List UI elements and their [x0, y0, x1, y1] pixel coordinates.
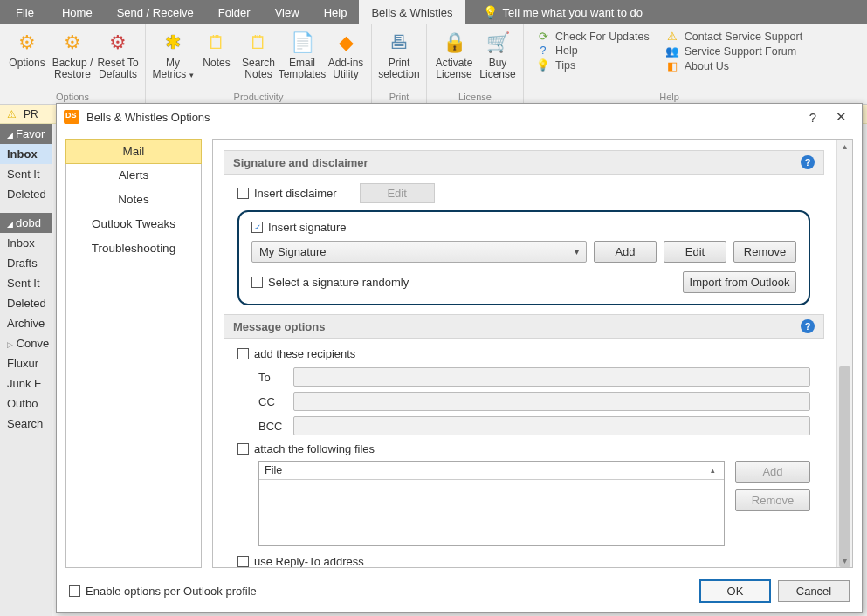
- sidebar-account[interactable]: ◢dobd: [0, 213, 52, 233]
- section-message-options: Message options ?: [224, 314, 824, 339]
- checkbox-enable-profile[interactable]: Enable options per Outlook profile: [69, 585, 257, 598]
- ribbon-options[interactable]: ⚙Options: [5, 28, 49, 82]
- sidebar-item[interactable]: Sent It: [0, 273, 52, 293]
- ribbon: ⚙Options ⚙Backup / Restore ⚙Reset To Def…: [0, 24, 867, 105]
- logo-icon: ◧: [665, 59, 679, 72]
- warning-icon: ⚠: [7, 108, 17, 120]
- tab-file[interactable]: File: [0, 0, 50, 24]
- section-help-icon[interactable]: ?: [801, 155, 815, 169]
- ribbon-reset[interactable]: ⚙Reset To Defaults: [96, 28, 140, 82]
- refresh-icon: ⟳: [536, 30, 550, 43]
- checkbox-disclaimer[interactable]: Insert disclaimer Edit: [237, 183, 810, 203]
- group-help-label: Help: [529, 92, 809, 104]
- sidebar-item[interactable]: Drafts: [0, 253, 52, 273]
- sidebar-item[interactable]: Search: [0, 414, 52, 434]
- addin-icon: ◆: [333, 30, 359, 56]
- chevron-right-icon: ▷: [7, 340, 13, 349]
- checkbox-icon: [237, 556, 249, 567]
- bcc-field[interactable]: [293, 416, 810, 435]
- ok-button[interactable]: OK: [699, 579, 771, 603]
- tab-bells[interactable]: Bells & Whistles: [359, 0, 464, 24]
- lnk-contact[interactable]: ⚠Contact Service Support: [665, 30, 803, 43]
- ribbon-activate[interactable]: 🔒Activate License: [432, 28, 476, 82]
- app-icon: [64, 110, 79, 124]
- ribbon-print[interactable]: 🖶Print selection: [377, 28, 421, 82]
- import-outlook-button[interactable]: Import from Outlook: [683, 271, 796, 293]
- add-signature-button[interactable]: Add: [594, 241, 657, 263]
- ribbon-backup[interactable]: ⚙Backup / Restore: [51, 28, 94, 82]
- sidebar-item[interactable]: Inbox: [0, 144, 52, 164]
- nav-troubleshoot[interactable]: Troubleshooting: [66, 236, 201, 261]
- tab-home[interactable]: Home: [50, 0, 105, 24]
- scroll-up-icon[interactable]: ▴: [837, 141, 852, 151]
- ribbon-addins[interactable]: ◆Add-ins Utility: [326, 28, 366, 82]
- file-add-button[interactable]: Add: [735, 461, 810, 483]
- sidebar-item[interactable]: Sent It: [0, 164, 52, 184]
- sidebar-item[interactable]: ▷ Conve: [0, 333, 52, 353]
- ribbon-notes[interactable]: 🗒Notes: [196, 28, 237, 82]
- lnk-forum[interactable]: 👥Service Support Forum: [665, 44, 803, 58]
- edit-signature-button[interactable]: Edit: [664, 241, 726, 263]
- tab-view[interactable]: View: [263, 0, 312, 24]
- nav-mail[interactable]: Mail: [65, 139, 202, 164]
- dialog-titlebar: Bells & Whistles Options ? ✕: [57, 104, 862, 130]
- checkbox-icon: [237, 348, 249, 359]
- ribbon-search-notes[interactable]: 🗒Search Notes: [238, 28, 279, 82]
- sidebar-item[interactable]: Deleted: [0, 293, 52, 313]
- group-options-label: Options: [5, 92, 140, 104]
- sidebar-item[interactable]: Junk E: [0, 373, 52, 394]
- help-icon: ?: [536, 44, 550, 57]
- tab-help[interactable]: Help: [312, 0, 360, 24]
- sidebar-item[interactable]: Archive: [0, 313, 52, 333]
- sidebar-item[interactable]: Deleted: [0, 184, 52, 204]
- lnk-tips[interactable]: 💡Tips: [536, 58, 650, 72]
- sidebar-favorites[interactable]: ◢Favor: [0, 124, 52, 144]
- checkbox-reply-to[interactable]: use Reply-To address: [237, 555, 810, 568]
- checkbox-icon: [251, 222, 263, 233]
- chevron-down-icon: ◢: [7, 220, 13, 229]
- file-remove-button[interactable]: Remove: [735, 489, 810, 511]
- tab-folder[interactable]: Folder: [206, 0, 263, 24]
- gear-icon: ⚙: [14, 30, 40, 56]
- tell-me[interactable]: 💡 Tell me what you want to do: [465, 0, 643, 24]
- checkbox-random[interactable]: Select a signature randomly: [251, 276, 409, 289]
- ribbon-templates[interactable]: 📄Email Templates: [280, 28, 324, 82]
- ribbon-buy[interactable]: 🛒Buy License: [478, 28, 518, 82]
- remove-signature-button[interactable]: Remove: [733, 241, 796, 263]
- folder-sidebar: ◢Favor Inbox Sent It Deleted ◢dobd Inbox…: [0, 124, 52, 616]
- sidebar-item[interactable]: Outbo: [0, 394, 52, 414]
- group-prod-label: Productivity: [151, 92, 366, 104]
- scroll-down-icon[interactable]: ▾: [837, 556, 852, 565]
- help-button[interactable]: ?: [799, 110, 827, 125]
- checkbox-add-recipients[interactable]: add these recipients: [237, 347, 810, 360]
- to-field[interactable]: [293, 367, 810, 387]
- sidebar-item[interactable]: Fluxur: [0, 353, 52, 373]
- cart-icon: 🛒: [485, 30, 511, 56]
- lnk-help[interactable]: ?Help: [536, 44, 650, 57]
- cc-field[interactable]: [293, 392, 810, 411]
- section-help-icon[interactable]: ?: [801, 319, 815, 333]
- signature-frame: Insert signature My Signature ▾ Add Edit…: [237, 210, 810, 305]
- checkbox-signature[interactable]: Insert signature: [251, 221, 796, 234]
- scrollbar[interactable]: ▴ ▾: [836, 140, 852, 567]
- scroll-thumb[interactable]: [839, 366, 850, 567]
- close-button[interactable]: ✕: [827, 109, 855, 125]
- sort-up-icon: ▴: [711, 466, 715, 475]
- ribbon-metrics[interactable]: ✱My Metrics ▾: [151, 28, 195, 82]
- bulb-icon: 💡: [536, 58, 550, 72]
- tab-sendreceive[interactable]: Send / Receive: [105, 0, 206, 24]
- cancel-button[interactable]: Cancel: [778, 580, 850, 602]
- lnk-about[interactable]: ◧About Us: [665, 59, 803, 72]
- nav-tweaks[interactable]: Outlook Tweaks: [66, 212, 201, 236]
- nav-notes[interactable]: Notes: [66, 188, 201, 212]
- lnk-check-updates[interactable]: ⟳Check For Updates: [536, 30, 650, 43]
- gears-icon: ⚙: [59, 30, 86, 56]
- dialog-nav: Mail Alerts Notes Outlook Tweaks Trouble…: [65, 139, 202, 568]
- checkbox-attach-files[interactable]: attach the following files: [237, 442, 810, 455]
- file-column-header[interactable]: File▴: [265, 464, 719, 476]
- signature-combo[interactable]: My Signature ▾: [251, 241, 587, 263]
- nav-alerts[interactable]: Alerts: [66, 163, 201, 188]
- sidebar-item[interactable]: Inbox: [0, 233, 52, 253]
- file-list[interactable]: File▴: [258, 461, 725, 546]
- edit-disclaimer-button: Edit: [360, 183, 435, 203]
